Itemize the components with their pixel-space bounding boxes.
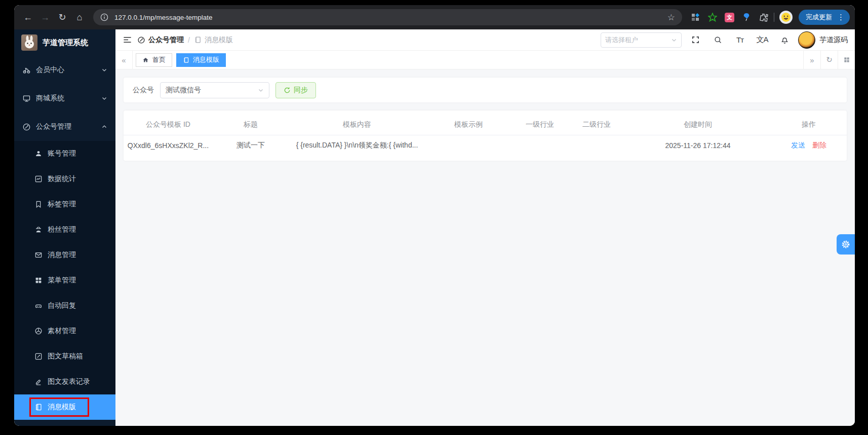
notebook-icon [194, 36, 202, 44]
scroll-tabs-right-icon[interactable]: » [803, 51, 820, 69]
sidebar-fold-icon[interactable] [123, 35, 132, 45]
app-logo-rabbit-image [21, 34, 37, 51]
sidebar-item-publish-record[interactable]: 图文发表记录 [14, 369, 115, 394]
sync-button[interactable]: 同步 [275, 82, 316, 98]
app-header: 公众号管理 / 消息模版 [115, 29, 855, 51]
material-wheel-icon [34, 327, 43, 335]
scroll-tabs-left-icon[interactable]: « [115, 51, 133, 69]
sidebar-item-member-center[interactable]: 会员中心 [14, 56, 115, 84]
col-header-content: 模板内容 [289, 115, 425, 135]
chrome-menu-kebab-icon[interactable]: ⋮ [835, 13, 847, 22]
sidebar-item-auto-reply[interactable]: 自动回复 [14, 293, 115, 318]
cell-industry2 [568, 135, 625, 156]
template-table: 公众号模板 ID 标题 模板内容 模板示例 一级行业 二级行业 创建时间 操作 … [124, 115, 847, 156]
translate-extension-icon[interactable]: 文 [725, 13, 734, 22]
notification-bell-icon[interactable] [776, 31, 793, 49]
back-icon[interactable]: ← [19, 9, 36, 26]
sidebar-item-draft-box[interactable]: 图文草稿箱 [14, 344, 115, 369]
sidebar-item-label: 图文草稿箱 [48, 352, 83, 361]
forward-icon[interactable]: → [36, 9, 54, 26]
tabs-bar: « 首页 消息模版 » ↻ [115, 51, 855, 69]
finish-update-button[interactable]: 完成更新 ⋮ [799, 10, 850, 25]
tab-home[interactable]: 首页 [136, 53, 172, 67]
url-text[interactable]: 127.0.0.1/mp/message-template [114, 14, 666, 21]
table-header-row: 公众号模板 ID 标题 模板内容 模板示例 一级行业 二级行业 创建时间 操作 [124, 115, 847, 135]
account-select-value: 测试微信号 [166, 86, 255, 95]
tabs-strip: 首页 消息模版 [133, 51, 803, 69]
tenant-select-input[interactable] [605, 36, 668, 44]
pen-record-icon [34, 378, 43, 386]
refresh-tab-icon[interactable]: ↻ [820, 51, 838, 69]
col-header-create-time: 创建时间 [625, 115, 771, 135]
sidebar-item-menu-management[interactable]: 菜单管理 [14, 268, 115, 293]
search-icon[interactable] [709, 31, 726, 49]
sidebar-menu: 会员中心 商城系统 公众号管理 账号管理 [14, 56, 115, 426]
reload-icon[interactable]: ↻ [54, 9, 71, 26]
font-size-icon[interactable]: Tт [731, 31, 748, 49]
cell-title: 测试一下 [213, 135, 289, 156]
send-link[interactable]: 发送 [791, 141, 805, 150]
balloon-extension-icon[interactable] [741, 12, 752, 22]
app-title: 芋道管理系统 [43, 38, 88, 48]
sidebar-item-label: 消息管理 [48, 250, 76, 260]
star-extension-icon[interactable] [707, 12, 718, 22]
fans-spy-icon [34, 226, 43, 234]
user-name: 芋道源码 [819, 35, 848, 45]
sidebar-item-tag-management[interactable]: 标签管理 [14, 192, 115, 217]
sidebar-item-label: 商城系统 [36, 94, 96, 103]
sidebar-item-label: 数据统计 [48, 174, 76, 184]
col-header-actions: 操作 [771, 115, 847, 135]
sidebar-item-data-statistics[interactable]: 数据统计 [14, 166, 115, 192]
envelope-icon [34, 251, 43, 259]
sidebar-item-account-management[interactable]: 账号管理 [14, 141, 115, 166]
address-bar[interactable]: 127.0.0.1/mp/message-template ☆ [93, 9, 682, 25]
sidebar-item-mall-system[interactable]: 商城系统 [14, 84, 115, 113]
cell-example [425, 135, 511, 156]
sidebar-submenu: 账号管理 数据统计 标签管理 粉丝管理 [14, 141, 115, 420]
breadcrumb-parent[interactable]: 公众号管理 [137, 35, 184, 45]
filter-card: 公众号 测试微信号 同步 [124, 78, 847, 102]
language-icon[interactable]: 文A [754, 31, 771, 49]
sidebar-item-label: 消息模版 [48, 403, 76, 412]
col-header-example: 模板示例 [425, 115, 511, 135]
home-icon[interactable]: ⌂ [71, 9, 88, 26]
template-table-card: 公众号模板 ID 标题 模板内容 模板示例 一级行业 二级行业 创建时间 操作 … [124, 111, 847, 161]
app-logo-row[interactable]: 芋道管理系统 [14, 29, 115, 56]
tab-options-grid-icon[interactable] [838, 51, 855, 69]
sidebar-item-message-management[interactable]: 消息管理 [14, 242, 115, 268]
chevron-down-icon [671, 37, 677, 43]
account-select[interactable]: 测试微信号 [160, 82, 269, 98]
member-icon [22, 66, 31, 75]
compass-icon [22, 123, 31, 131]
tab-message-template[interactable]: 消息模版 [176, 53, 226, 67]
sidebar-item-label: 自动回复 [48, 301, 76, 310]
sidebar-item-material-management[interactable]: 素材管理 [14, 318, 115, 344]
user-menu[interactable]: 芋道源码 [798, 31, 848, 49]
extensions-puzzle-icon[interactable] [759, 12, 769, 22]
profile-avatar-icon[interactable] [779, 11, 793, 24]
tab-label: 首页 [152, 55, 166, 64]
finish-update-label: 完成更新 [806, 13, 832, 22]
sidebar-item-fans-management[interactable]: 粉丝管理 [14, 217, 115, 242]
sidebar-item-mp-management[interactable]: 公众号管理 [14, 113, 115, 141]
cell-create-time: 2025-11-26 17:12:44 [625, 135, 771, 156]
bookmark-star-icon[interactable]: ☆ [666, 12, 676, 23]
gear-icon [841, 239, 851, 249]
sidebar-item-label: 账号管理 [48, 149, 76, 158]
sidebar-item-message-template[interactable]: 消息模版 [14, 394, 115, 420]
fullscreen-icon[interactable] [687, 31, 704, 49]
edit-draft-icon [34, 352, 43, 360]
sidebar: 芋道管理系统 会员中心 商城系统 公众号管理 [14, 29, 115, 426]
col-header-industry1: 一级行业 [511, 115, 568, 135]
tenant-select[interactable] [601, 32, 682, 48]
compass-icon [137, 36, 145, 44]
col-header-title: 标题 [213, 115, 289, 135]
site-info-icon[interactable] [99, 12, 109, 22]
refresh-icon [284, 87, 291, 94]
grid-extension-icon[interactable] [690, 12, 700, 22]
theme-settings-button[interactable] [837, 234, 855, 255]
notebook-icon [34, 403, 43, 411]
notebook-icon [183, 57, 189, 63]
delete-link[interactable]: 删除 [812, 141, 826, 150]
bookmark-icon [34, 200, 43, 208]
